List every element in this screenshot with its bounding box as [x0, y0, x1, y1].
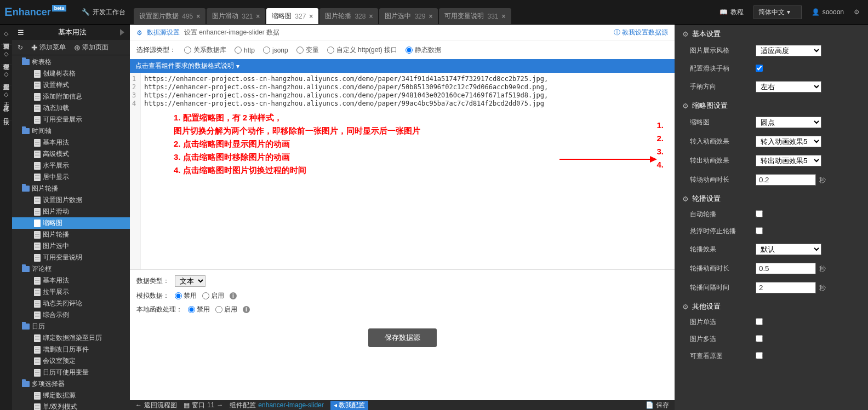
page-基本用法[interactable]: 基本用法 — [12, 137, 130, 148]
hamburger-icon[interactable]: ☰ — [18, 28, 24, 37]
src-opt-jsonp[interactable]: jsonp — [263, 47, 288, 54]
src-opt-自定义 http(get) 接口[interactable]: 自定义 http(get) 接口 — [327, 45, 397, 55]
src-opt-关系数据库[interactable]: 关系数据库 — [184, 45, 226, 55]
save-button[interactable]: 📄 保存 — [646, 401, 669, 410]
multi-sel-checkbox[interactable] — [756, 335, 763, 342]
page-基本用法[interactable]: 基本用法 — [12, 275, 130, 286]
info-icon[interactable]: i — [243, 306, 250, 313]
page-创建树表格[interactable]: 创建树表格 — [12, 68, 130, 79]
direction-select[interactable]: 左右 — [756, 81, 821, 93]
datasource-settings-link[interactable]: 数据源设置 — [147, 28, 180, 37]
folder-树表格[interactable]: 树表格 — [12, 56, 130, 68]
window-breadcrumb[interactable]: ▦ 窗口 11 → — [184, 401, 223, 410]
local-disable-radio[interactable]: 禁用 — [188, 305, 210, 314]
add-page-button[interactable]: ⊕添加页面 — [74, 43, 108, 52]
page-高级模式[interactable]: 高级模式 — [12, 148, 130, 160]
style-select[interactable]: 适应高度 — [756, 45, 821, 56]
tab-可用变量说明[interactable]: 可用变量说明 331 × — [439, 8, 511, 24]
user-menu[interactable]: 👤soooon — [812, 8, 844, 16]
out-anim-select[interactable]: 转出动画效果5 — [756, 155, 821, 166]
tree-label: 拉平展示 — [43, 287, 69, 297]
page-日历可使用变量[interactable]: 日历可使用变量 — [12, 367, 130, 378]
folder-日历[interactable]: 日历 — [12, 321, 130, 332]
carousel-dur-input[interactable] — [756, 263, 816, 274]
page-可用变量说明[interactable]: 可用变量说明 — [12, 252, 130, 263]
in-anim-select[interactable]: 转入动画效果5 — [756, 136, 821, 147]
effect-select[interactable]: 默认 — [756, 244, 821, 255]
format-hint-bar[interactable]: 点击查看组件要求的数据格式说明▾ — [130, 59, 675, 73]
page-设置图片数据[interactable]: 设置图片数据 — [12, 194, 130, 206]
language-select[interactable]: 简体中文 ▾ — [753, 5, 801, 19]
workbench-link[interactable]: 🔧 开发工作台 — [82, 8, 125, 17]
page-综合示例[interactable]: 综合示例 — [12, 309, 130, 321]
rail-自定义 Http 接口[interactable]: ◇ 自定义 Http 接口 — [1, 85, 12, 120]
data-type-select[interactable]: 文本 — [175, 275, 205, 287]
info-icon[interactable]: i — [230, 292, 237, 299]
page-图片滑动[interactable]: 图片滑动 — [12, 206, 130, 217]
page-可用变量展示[interactable]: 可用变量展示 — [12, 114, 130, 125]
thumb-select[interactable]: 圆点 — [756, 117, 821, 128]
folder-图片轮播[interactable]: 图片轮播 — [12, 183, 130, 194]
add-menu-button[interactable]: ✚添加菜单 — [31, 43, 66, 52]
collapse-sidebar-icon[interactable] — [120, 29, 124, 36]
handle-checkbox[interactable] — [756, 65, 763, 72]
src-opt-静态数据[interactable]: 静态数据 — [406, 45, 441, 55]
close-icon[interactable]: × — [256, 13, 260, 20]
close-icon[interactable]: × — [429, 13, 432, 20]
mock-disable-radio[interactable]: 禁用 — [175, 291, 197, 301]
file-icon — [34, 242, 41, 250]
folder-多项选择器[interactable]: 多项选择器 — [12, 378, 130, 390]
save-datasource-button[interactable]: 保存数据源 — [368, 328, 437, 347]
settings-icon[interactable]: ⚙ — [854, 8, 860, 16]
page-增删改日历事件[interactable]: 增删改日历事件 — [12, 344, 130, 355]
page-添加附加信息[interactable]: 添加附加信息 — [12, 91, 130, 102]
page-会议室预定[interactable]: 会议室预定 — [12, 355, 130, 367]
page-设置样式[interactable]: 设置样式 — [12, 79, 130, 91]
single-sel-checkbox[interactable] — [756, 318, 763, 325]
folder-时间轴[interactable]: 时间轴 — [12, 125, 130, 137]
tab-图片滑动[interactable]: 图片滑动 321 × — [207, 8, 265, 24]
page-居中显示[interactable]: 居中显示 — [12, 171, 130, 183]
trans-dur-input[interactable] — [756, 174, 816, 186]
close-icon[interactable]: × — [309, 13, 313, 20]
tab-缩略图[interactable]: 缩略图 327 × — [266, 8, 318, 24]
tab-图片轮播[interactable]: 图片轮播 328 × — [319, 8, 378, 24]
local-enable-radio[interactable]: 启用 — [215, 305, 237, 314]
tutorial-link[interactable]: 📖教程 — [719, 8, 744, 17]
page-图片选中[interactable]: 图片选中 — [12, 240, 130, 252]
mock-enable-radio[interactable]: 启用 — [202, 291, 224, 301]
rail-角色管理[interactable]: ◇ 角色管理 — [1, 45, 12, 65]
logo[interactable]: Enhancerbeta — [0, 5, 71, 19]
close-icon[interactable]: × — [196, 13, 200, 20]
unit-sec: 秒 — [819, 265, 826, 273]
close-icon[interactable]: × — [369, 13, 373, 20]
close-icon[interactable]: × — [502, 13, 506, 20]
rail-页面管理[interactable]: ◇ 页面管理 — [1, 25, 12, 45]
page-单/双列模式[interactable]: 单/双列模式 — [12, 401, 130, 410]
view-orig-checkbox[interactable] — [756, 352, 763, 359]
page-缩略图[interactable]: 缩略图 — [12, 217, 130, 229]
back-to-flow-button[interactable]: ← 返回流程图 — [135, 401, 177, 410]
folder-评论框[interactable]: 评论框 — [12, 263, 130, 275]
interval-input[interactable] — [756, 282, 816, 293]
teach-datasource-link[interactable]: ⓘ教我设置数据源 — [614, 28, 668, 37]
page-图片轮播[interactable]: 图片轮播 — [12, 229, 130, 240]
auto-checkbox[interactable] — [756, 210, 763, 217]
hover-stop-checkbox[interactable] — [756, 227, 763, 234]
page-动态关闭评论[interactable]: 动态关闭评论 — [12, 298, 130, 309]
annotation-line: 1. 配置缩略图，有 2 种样式， — [174, 111, 420, 124]
page-绑定数据渲染至日历[interactable]: 绑定数据渲染至日历 — [12, 332, 130, 344]
page-水平展示[interactable]: 水平展示 — [12, 160, 130, 171]
teach-config-button[interactable]: ◂ 教我配置 — [330, 401, 368, 410]
page-拉平展示[interactable]: 拉平展示 — [12, 286, 130, 298]
page-绑定数据源[interactable]: 绑定数据源 — [12, 390, 130, 401]
component-config-breadcrumb[interactable]: 组件配置 enhancer-image-slider — [230, 401, 323, 410]
tab-设置图片数据[interactable]: 设置图片数据 495 × — [134, 8, 205, 24]
rail-全局配置[interactable]: ◇ 全局配置 — [1, 65, 12, 85]
tab-图片选中[interactable]: 图片选中 329 × — [379, 8, 438, 24]
page-动态加载[interactable]: 动态加载 — [12, 102, 130, 114]
src-opt-变量[interactable]: 变量 — [296, 45, 319, 55]
annotation-line: 3. 点击缩略图时移除图片的动画 — [174, 151, 420, 164]
src-opt-http[interactable]: http — [235, 47, 255, 54]
refresh-button[interactable]: ↻ — [18, 43, 23, 52]
